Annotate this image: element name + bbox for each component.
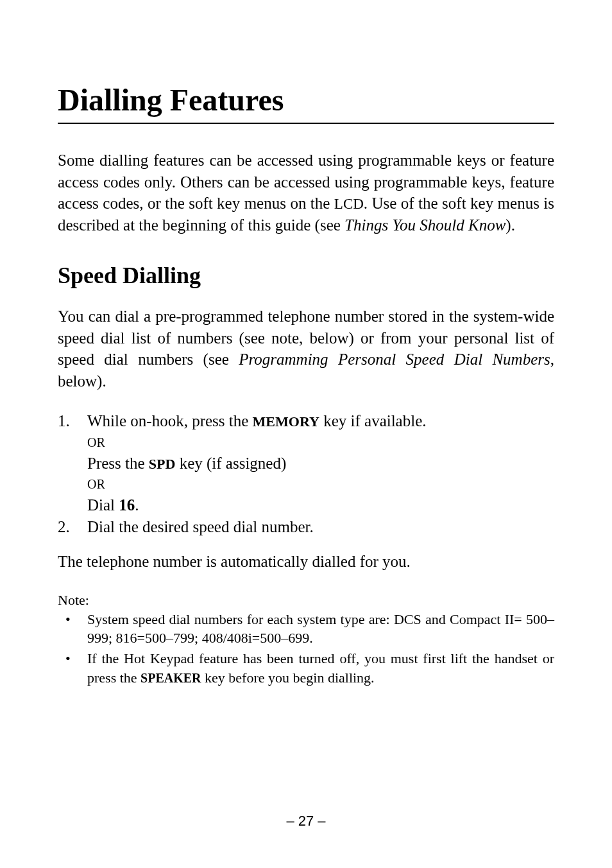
step-1-line3a: Dial	[87, 496, 119, 514]
memory-key: MEMORY	[253, 413, 319, 430]
spd-key: SPD	[149, 456, 176, 472]
intro-ref: Things You Should Know	[344, 216, 506, 234]
step-1-line1b: key if available.	[319, 412, 427, 430]
dial-16: 16	[119, 496, 135, 514]
step-1-or2: OR	[87, 474, 554, 494]
chapter-title: Dialling Features	[58, 83, 554, 117]
step-2-text: Dial the desired speed dial number.	[87, 518, 314, 535]
section-title: Speed Dialling	[58, 262, 554, 290]
after-steps-text: The telephone number is automatically di…	[58, 551, 554, 573]
section-description: You can dial a pre-programmed telephone …	[58, 306, 554, 392]
step-1-line3b: .	[135, 496, 139, 514]
step-1: 1. While on-hook, press the MEMORY key i…	[58, 410, 554, 516]
intro-paragraph: Some dialling features can be accessed u…	[58, 150, 554, 236]
page: Dialling Features Some dialling features…	[0, 0, 612, 868]
note-2: If the Hot Keypad feature has been turne…	[58, 649, 554, 687]
note-1-text: System speed dial numbers for each syste…	[87, 611, 554, 647]
step-2: 2. Dial the desired speed dial number.	[58, 516, 554, 538]
step-1-line2a: Press the	[87, 455, 149, 472]
notes-list: System speed dial numbers for each syste…	[58, 610, 554, 688]
note-2-text-b: key before you begin dialling.	[201, 670, 375, 686]
step-2-number: 2.	[58, 516, 70, 538]
page-number: – 27 –	[0, 813, 612, 829]
lcd-abbrev: LCD	[334, 196, 364, 212]
step-1-or1: OR	[87, 432, 554, 453]
step-1-number: 1.	[58, 410, 70, 432]
notes-label: Note:	[58, 592, 554, 609]
note-1: System speed dial numbers for each syste…	[58, 610, 554, 648]
section-ref: Programming Personal Speed Dial Numbers	[239, 351, 550, 368]
steps-list: 1. While on-hook, press the MEMORY key i…	[58, 410, 554, 538]
title-rule	[58, 123, 554, 124]
speaker-key: SPEAKER	[140, 671, 201, 685]
intro-text-3: ).	[506, 216, 515, 234]
step-1-line1a: While on-hook, press the	[87, 412, 253, 430]
step-1-line2b: key (if assigned)	[175, 455, 286, 472]
